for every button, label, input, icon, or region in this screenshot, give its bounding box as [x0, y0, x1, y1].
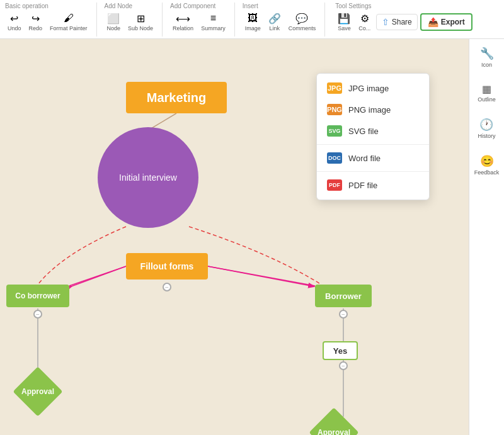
marketing-node[interactable]: Marketing [126, 82, 227, 113]
borrower-connector-bottom: − [339, 310, 348, 319]
dropdown-separator [317, 144, 429, 145]
addcomp-buttons: ⟷ Relation ≡ Summary [170, 11, 228, 33]
summary-button[interactable]: ≡ Summary [198, 11, 228, 33]
subnode-button[interactable]: ⊞ Sub Node [125, 11, 156, 33]
toolbar: Basic operation ↩ Undo ↪ Redo 🖌 Format P… [0, 0, 504, 39]
settings-label: Co... [358, 25, 370, 31]
redo-icon: ↪ [29, 12, 42, 25]
toolsettings-buttons: 💾 Save ⚙ Co... ⇧ Share 📤 Export [335, 11, 472, 33]
dropdown-separator-2 [317, 171, 429, 172]
group-basic-operation: Basic operation ↩ Undo ↪ Redo 🖌 Format P… [5, 3, 97, 37]
icon-sidebar-label: Icon [481, 62, 492, 68]
svg-line-2 [208, 266, 315, 286]
approval-right-diamond: Approval [309, 414, 359, 435]
image-label: Image [245, 25, 261, 31]
export-dropdown: JPG JPG image PNG PNG image SVG SVG file… [316, 73, 430, 200]
canvas[interactable]: Marketing Initial interview Fillout form… [0, 39, 469, 435]
save-button[interactable]: 💾 Save [335, 11, 353, 33]
coborrower-node[interactable]: Co borrower [6, 285, 69, 307]
group-label-toolsettings: Tool Settings [335, 3, 371, 9]
link-icon: 🔗 [268, 12, 281, 25]
group-label-insert: Insert [243, 3, 258, 9]
yes-connector-bottom: − [339, 361, 348, 370]
share-label: Share [392, 18, 412, 26]
borrower-node[interactable]: Borrower [315, 285, 372, 307]
group-add-component: Add Component ⟷ Relation ≡ Summary [170, 3, 235, 37]
relation-icon: ⟷ [177, 12, 190, 25]
export-pdf-item[interactable]: PDF PDF file [317, 174, 429, 196]
initial-interview-node[interactable]: Initial interview [98, 127, 198, 228]
node-button[interactable]: ⬜ Node [105, 11, 123, 33]
sidebar-icon-item[interactable]: 🔧 Icon [478, 44, 496, 71]
approval-right-node[interactable]: Approval [309, 414, 359, 435]
settings-icon: ⚙ [358, 12, 371, 25]
pdf-icon: PDF [327, 179, 342, 191]
coborrower-connector-bottom: − [33, 310, 42, 319]
image-button[interactable]: 🖼 Image [243, 11, 263, 33]
svg-line-1 [69, 266, 126, 286]
yes-node[interactable]: Yes [323, 341, 358, 360]
insert-buttons: 🖼 Image 🔗 Link 💬 Comments [243, 11, 319, 33]
share-button[interactable]: ⇧ Share [376, 14, 418, 30]
approval-left-label: Approval [21, 387, 54, 396]
format-painter-label: Format Painter [50, 25, 88, 31]
svg-icon: SVG [327, 125, 342, 137]
svg-line-4 [208, 266, 314, 286]
image-icon: 🖼 [246, 12, 259, 25]
export-jpg-item[interactable]: JPG JPG image [317, 77, 429, 99]
link-button[interactable]: 🔗 Link [266, 11, 284, 33]
outline-label: Outline [478, 96, 496, 103]
export-png-item[interactable]: PNG PNG image [317, 99, 429, 120]
fillout-forms-node[interactable]: Fillout forms [126, 253, 208, 280]
png-icon: PNG [327, 104, 342, 115]
initial-interview-label: Initial interview [119, 172, 177, 183]
sidebar-feedback-item[interactable]: 😊 Feedback [472, 152, 502, 178]
settings-button[interactable]: ⚙ Co... [356, 11, 374, 33]
format-painter-icon: 🖌 [62, 12, 75, 25]
addnode-buttons: ⬜ Node ⊞ Sub Node [105, 11, 156, 33]
undo-icon: ↩ [8, 12, 21, 25]
group-label-addnode: Add Node [105, 3, 132, 9]
group-label-addcomp: Add Component [170, 3, 215, 9]
yes-label: Yes [333, 346, 347, 356]
approval-right-label: Approval [318, 428, 350, 435]
subnode-icon: ⊞ [134, 12, 147, 25]
summary-label: Summary [201, 25, 226, 31]
fillout-forms-label: Fillout forms [140, 261, 194, 271]
sidebar-history-item[interactable]: 🕐 History [475, 115, 498, 142]
basic-buttons: ↩ Undo ↪ Redo 🖌 Format Painter [5, 11, 90, 33]
group-tool-settings: Tool Settings 💾 Save ⚙ Co... ⇧ Share 📤 E… [333, 3, 472, 37]
comments-icon: 💬 [295, 12, 308, 25]
export-word-item[interactable]: DOC Word file [317, 147, 429, 169]
undo-label: Undo [8, 25, 21, 31]
feedback-icon: 😊 [480, 154, 494, 168]
sidebar-outline-item[interactable]: ▦ Outline [475, 81, 498, 105]
save-label: Save [338, 25, 351, 31]
main-area: Marketing Initial interview Fillout form… [0, 39, 504, 435]
format-painter-button[interactable]: 🖌 Format Painter [47, 11, 90, 33]
comments-label: Comments [289, 25, 316, 31]
undo-button[interactable]: ↩ Undo [5, 11, 24, 33]
comments-button[interactable]: 💬 Comments [286, 11, 319, 33]
group-insert: Insert 🖼 Image 🔗 Link 💬 Comments [243, 3, 326, 37]
link-label: Link [269, 25, 280, 31]
jpg-icon: JPG [327, 82, 342, 94]
summary-icon: ≡ [207, 12, 219, 25]
redo-button[interactable]: ↪ Redo [26, 11, 45, 33]
export-button[interactable]: 📤 Export [420, 13, 472, 31]
icon-sidebar-icon: 🔧 [480, 47, 494, 60]
outline-icon: ▦ [482, 83, 491, 95]
relation-button[interactable]: ⟷ Relation [170, 11, 196, 33]
doc-icon: DOC [327, 152, 342, 164]
borrower-label: Borrower [325, 291, 362, 301]
subnode-label: Sub Node [128, 25, 153, 31]
node-label: Node [107, 25, 121, 31]
history-label: History [478, 133, 495, 139]
group-label-basic: Basic operation [5, 3, 49, 9]
save-icon: 💾 [338, 12, 350, 25]
relation-label: Relation [173, 25, 193, 31]
right-sidebar: 🔧 Icon ▦ Outline 🕐 History 😊 Feedback [469, 39, 504, 435]
approval-left-node[interactable]: Approval [13, 373, 63, 410]
export-svg-item[interactable]: SVG SVG file [317, 120, 429, 142]
approval-left-diamond: Approval [13, 373, 63, 410]
